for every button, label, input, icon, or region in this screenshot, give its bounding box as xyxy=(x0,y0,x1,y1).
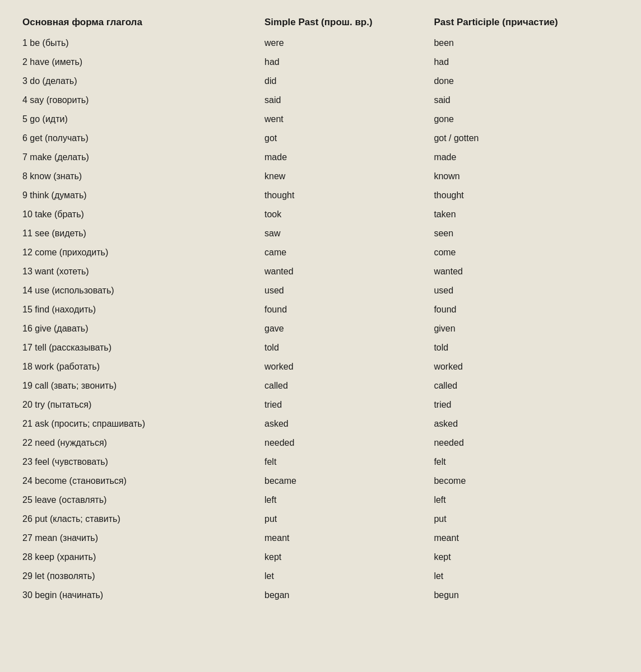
past-participle-cell: called xyxy=(429,376,623,395)
base-form-cell: 4 say (говорить) xyxy=(18,91,260,110)
past-participle-cell: needed xyxy=(429,433,623,452)
table-row: 19 call (звать; звонить)calledcalled xyxy=(18,376,623,395)
past-participle-cell: asked xyxy=(429,414,623,433)
simple-past-cell: got xyxy=(260,129,429,148)
base-form-cell: 12 come (приходить) xyxy=(18,243,260,262)
past-participle-cell: used xyxy=(429,281,623,300)
base-form-cell: 27 mean (значить) xyxy=(18,529,260,548)
base-form-cell: 25 leave (оставлять) xyxy=(18,491,260,510)
simple-past-cell: let xyxy=(260,567,429,586)
table-header-row: Основная форма глагола Simple Past (прош… xyxy=(18,13,623,34)
simple-past-cell: had xyxy=(260,53,429,72)
past-participle-cell: given xyxy=(429,319,623,338)
past-participle-cell: found xyxy=(429,300,623,319)
base-form-cell: 10 take (брать) xyxy=(18,205,260,224)
table-row: 23 feel (чувствовать)feltfelt xyxy=(18,452,623,472)
table-row: 24 become (становиться)becamebecome xyxy=(18,472,623,491)
base-form-cell: 3 do (делать) xyxy=(18,72,260,91)
table-row: 7 make (делать)mademade xyxy=(18,148,623,167)
table-row: 6 get (получать)gotgot / gotten xyxy=(18,129,623,148)
simple-past-cell: gave xyxy=(260,319,429,338)
simple-past-cell: asked xyxy=(260,414,429,433)
past-participle-cell: felt xyxy=(429,452,623,472)
table-row: 11 see (видеть)sawseen xyxy=(18,224,623,243)
base-form-cell: 21 ask (просить; спрашивать) xyxy=(18,414,260,433)
simple-past-cell: began xyxy=(260,586,429,605)
simple-past-cell: worked xyxy=(260,357,429,376)
base-form-cell: 6 get (получать) xyxy=(18,129,260,148)
simple-past-cell: made xyxy=(260,148,429,167)
simple-past-cell: became xyxy=(260,472,429,491)
past-participle-cell: let xyxy=(429,567,623,586)
table-row: 12 come (приходить)camecome xyxy=(18,243,623,262)
past-participle-cell: become xyxy=(429,472,623,491)
table-row: 16 give (давать)gavegiven xyxy=(18,319,623,338)
base-form-cell: 8 know (знать) xyxy=(18,167,260,186)
table-row: 9 think (думать)thoughtthought xyxy=(18,186,623,205)
base-form-cell: 1 be (быть) xyxy=(18,34,260,53)
simple-past-cell: knew xyxy=(260,167,429,186)
simple-past-cell: did xyxy=(260,72,429,91)
base-form-cell: 19 call (звать; звонить) xyxy=(18,376,260,395)
base-form-cell: 7 make (делать) xyxy=(18,148,260,167)
base-form-cell: 5 go (идти) xyxy=(18,110,260,129)
past-participle-cell: seen xyxy=(429,224,623,243)
simple-past-cell: saw xyxy=(260,224,429,243)
base-form-cell: 29 let (позволять) xyxy=(18,567,260,586)
simple-past-cell: found xyxy=(260,300,429,319)
past-participle-cell: made xyxy=(429,148,623,167)
simple-past-cell: needed xyxy=(260,433,429,452)
past-participle-cell: wanted xyxy=(429,262,623,281)
simple-past-cell: said xyxy=(260,91,429,110)
table-row: 14 use (использовать)usedused xyxy=(18,281,623,300)
past-participle-cell: put xyxy=(429,510,623,529)
simple-past-cell: came xyxy=(260,243,429,262)
past-participle-cell: meant xyxy=(429,529,623,548)
past-participle-cell: told xyxy=(429,338,623,357)
simple-past-cell: felt xyxy=(260,452,429,472)
table-row: 10 take (брать)tooktaken xyxy=(18,205,623,224)
table-row: 8 know (знать)knewknown xyxy=(18,167,623,186)
past-participle-cell: done xyxy=(429,72,623,91)
table-row: 15 find (находить)foundfound xyxy=(18,300,623,319)
simple-past-cell: went xyxy=(260,110,429,129)
simple-past-cell: meant xyxy=(260,529,429,548)
base-form-cell: 30 begin (начинать) xyxy=(18,586,260,605)
past-participle-cell: worked xyxy=(429,357,623,376)
base-form-cell: 9 think (думать) xyxy=(18,186,260,205)
past-participle-cell: thought xyxy=(429,186,623,205)
table-row: 25 leave (оставлять)leftleft xyxy=(18,491,623,510)
past-participle-cell: taken xyxy=(429,205,623,224)
table-row: 5 go (идти)wentgone xyxy=(18,110,623,129)
table-row: 17 tell (рассказывать)toldtold xyxy=(18,338,623,357)
past-participle-cell: left xyxy=(429,491,623,510)
past-participle-cell: said xyxy=(429,91,623,110)
base-form-cell: 24 become (становиться) xyxy=(18,472,260,491)
past-participle-cell: kept xyxy=(429,548,623,567)
base-form-cell: 20 try (пытаться) xyxy=(18,395,260,414)
simple-past-cell: used xyxy=(260,281,429,300)
table-row: 21 ask (просить; спрашивать)askedasked xyxy=(18,414,623,433)
simple-past-cell: took xyxy=(260,205,429,224)
base-form-cell: 17 tell (рассказывать) xyxy=(18,338,260,357)
past-participle-cell: begun xyxy=(429,586,623,605)
table-row: 27 mean (значить)meantmeant xyxy=(18,529,623,548)
simple-past-cell: kept xyxy=(260,548,429,567)
header-simple-past: Simple Past (прош. вр.) xyxy=(260,13,429,34)
table-row: 2 have (иметь)hadhad xyxy=(18,53,623,72)
header-base-form: Основная форма глагола xyxy=(18,13,260,34)
past-participle-cell: got / gotten xyxy=(429,129,623,148)
simple-past-cell: thought xyxy=(260,186,429,205)
table-row: 26 put (класть; ставить)putput xyxy=(18,510,623,529)
base-form-cell: 16 give (давать) xyxy=(18,319,260,338)
past-participle-cell: come xyxy=(429,243,623,262)
simple-past-cell: put xyxy=(260,510,429,529)
past-participle-cell: known xyxy=(429,167,623,186)
table-row: 30 begin (начинать)beganbegun xyxy=(18,586,623,605)
table-row: 22 need (нуждаться)neededneeded xyxy=(18,433,623,452)
base-form-cell: 2 have (иметь) xyxy=(18,53,260,72)
base-form-cell: 22 need (нуждаться) xyxy=(18,433,260,452)
verb-table: Основная форма глагола Simple Past (прош… xyxy=(18,13,623,605)
verb-table-container: Основная форма глагола Simple Past (прош… xyxy=(18,13,623,605)
base-form-cell: 11 see (видеть) xyxy=(18,224,260,243)
